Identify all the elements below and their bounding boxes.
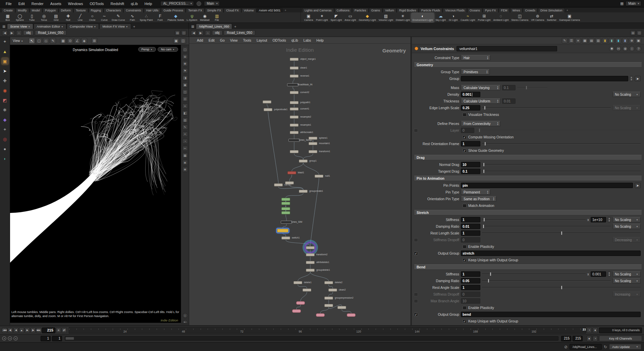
slider-rest-orientation-frame[interactable] <box>482 141 641 146</box>
slider-bend-damping[interactable] <box>482 278 611 283</box>
current-frame-field[interactable]: 215 <box>42 327 55 333</box>
dropdown-constraint-type[interactable]: Hair▲▼ <box>461 55 490 60</box>
display-option-icon-1[interactable]: ⊕ <box>182 54 188 59</box>
shelf-tool-gamepad-camera[interactable]: ▣Gamepad Camera <box>558 13 581 23</box>
shelf-tool-switcher[interactable]: ⇄Switcher <box>546 13 557 23</box>
display-option-icon-17[interactable]: ❖ <box>182 167 188 172</box>
shelf-tab-guide-process[interactable]: Guide Process <box>161 8 185 12</box>
network-node[interactable] <box>281 207 290 210</box>
network-node-clean2[interactable]: clean2 <box>328 289 337 292</box>
shelf-tab-polygon[interactable]: Polygon <box>43 8 58 12</box>
pin-pane-icon[interactable]: ▤ <box>175 30 180 35</box>
slider-rest-angle-scale[interactable] <box>482 285 641 290</box>
snapshot-icon[interactable]: ▣ <box>636 38 641 43</box>
shelf-tool-spot-light[interactable]: ◤Spot Light <box>329 13 343 23</box>
playbar-right-icon-1[interactable]: ♦ <box>593 327 598 333</box>
keyall-icon-1[interactable]: ◔ <box>593 336 598 341</box>
transport-button-1[interactable]: ◀| <box>8 327 13 333</box>
display-option-icon-4[interactable]: ◨ <box>182 75 188 80</box>
session-indicator-icon[interactable] <box>197 1 201 6</box>
scene-viewport[interactable]: Dynamics Simulation Disabled Persp▼ No c… <box>10 45 181 323</box>
display-option-icon-13[interactable]: ◔ <box>182 139 188 144</box>
view-tool[interactable]: ⌖ <box>2 38 8 45</box>
shelf-tool-draw-curve[interactable]: ✎Draw Curve <box>111 13 126 23</box>
breadcrumb-node[interactable]: Road_Lines_050 <box>35 30 66 35</box>
tab-animation-editor[interactable]: Animation Editor▼ <box>34 24 66 29</box>
enable-toggle-bend-output-group[interactable]: ✓ <box>414 313 418 316</box>
network-node-groupdelete1[interactable]: groupdelete1 <box>306 269 315 272</box>
display-option-icon-16[interactable]: ◈ <box>182 160 188 165</box>
button-no-scaling-stretch-damping[interactable]: No Scaling▼ <box>612 224 641 229</box>
playbar-right-icon-0[interactable]: ◔ <box>587 327 592 333</box>
add-shelf-tab-button[interactable]: + <box>565 8 570 12</box>
menu-qlib[interactable]: qLib <box>128 1 141 6</box>
table-icon[interactable]: ▤ <box>589 38 594 43</box>
network-node[interactable] <box>316 313 325 317</box>
info-icon[interactable]: i <box>629 46 635 51</box>
transport-button-6[interactable]: ▶▶| <box>36 327 41 333</box>
network-node-carve1[interactable]: carve1 <box>274 183 283 186</box>
network-node[interactable] <box>296 301 305 305</box>
network-node-clean1[interactable]: clean1 <box>290 67 299 70</box>
network-node-object-merge1[interactable]: object_merge1 <box>290 58 299 61</box>
breadcrumb-context[interactable]: obj <box>212 30 222 35</box>
enable-toggle-layer[interactable] <box>414 129 418 132</box>
network-menu-add[interactable]: Add <box>195 38 206 43</box>
select-arrow-icon[interactable]: ↖ <box>29 38 35 44</box>
field-tangent-drag[interactable]: 0.1 <box>461 169 480 174</box>
shelf-tab-rigid-bodies[interactable]: Rigid Bodies <box>397 8 419 12</box>
shelf-tool-sphere[interactable]: ◯Sphere <box>14 13 25 23</box>
display-option-icon-7[interactable]: ⊡ <box>182 96 188 101</box>
checkbox-bend-keep-unique[interactable]: ✓ <box>463 319 467 323</box>
display-option-icon-15[interactable]: ▦ <box>182 153 188 158</box>
grid-icon[interactable]: ▥ <box>595 38 601 43</box>
brush-select-icon[interactable]: ✎ <box>50 38 56 44</box>
home-icon[interactable]: ⌂ <box>205 30 211 36</box>
checkbox-compute-missing-orientation[interactable]: ✓ <box>463 135 467 139</box>
search-icon[interactable]: ⊕ <box>623 46 628 51</box>
paint-tool[interactable]: ◎ <box>2 136 8 142</box>
shelf-tab-vellum[interactable]: Vellum <box>383 8 396 12</box>
layout-grid-icon[interactable]: ▦ <box>620 1 624 6</box>
edit-tool[interactable]: ▣ <box>2 58 8 64</box>
network-node[interactable] <box>303 289 311 292</box>
transport-button-0[interactable]: |◀◀ <box>2 327 7 333</box>
block-cooking-icon[interactable]: ⊘ <box>564 345 568 349</box>
spreadsheet-icon[interactable]: ▦ <box>582 38 588 43</box>
ortho-view-icon[interactable]: ⊞ <box>91 38 97 44</box>
slider-tangent-drag[interactable] <box>482 169 641 174</box>
button-no-scaling-bend-stiffness[interactable]: No Scaling▼ <box>612 271 641 277</box>
shelf-tool-gi-light[interactable]: ◑GI Light <box>447 13 459 23</box>
menu-help[interactable]: Help <box>142 1 155 6</box>
network-node-mountain1[interactable]: mountain1 <box>309 142 317 145</box>
state-tool[interactable]: ● <box>2 145 8 152</box>
network-node[interactable] <box>290 150 299 153</box>
refresh-icon[interactable]: ↻ <box>604 345 607 349</box>
question-icon[interactable]: ? <box>636 46 641 51</box>
dropdown-mass[interactable]: Calculate Varying▲▼ <box>461 85 500 90</box>
field-pin-points[interactable]: pin <box>461 183 633 188</box>
network-node-blast1[interactable]: blast1 <box>287 171 296 174</box>
enable-toggle-stretch-dropoff[interactable] <box>414 238 418 242</box>
network-node[interactable] <box>281 211 290 214</box>
checkbox-match-animation[interactable] <box>463 204 467 208</box>
info-icon[interactable]: i <box>182 313 188 318</box>
shelf-tool-curve[interactable]: ∼Curve <box>99 13 110 23</box>
shelf-tab-simple-fx[interactable]: Simple FX <box>205 8 224 12</box>
snap-point-icon[interactable]: ⊙ <box>67 38 73 44</box>
shelf-tool-path[interactable]: ∿Path <box>127 13 138 23</box>
dropdown-pin-type[interactable]: Permanent▲▼ <box>461 189 490 195</box>
shelf-tab-grains[interactable]: Grains <box>369 8 383 12</box>
snap-prim-icon[interactable]: ◈ <box>81 38 87 44</box>
shelf-tool-caustic-light[interactable]: ≈Caustic Light <box>460 13 476 23</box>
network-node[interactable] <box>337 306 346 309</box>
shelf-tab-axiom-v02-b001[interactable]: Axiom v02 b001 <box>257 8 283 12</box>
network-node-polyextrude1[interactable]: polyextrude1 <box>264 108 272 111</box>
slider-bend-stiffness[interactable] <box>482 272 586 276</box>
dropdown-orientation-pin-type[interactable]: Same as Position▲▼ <box>461 196 496 202</box>
display-option-icon-3[interactable]: ⚑ <box>182 68 188 73</box>
shelf-tool-vr-camera[interactable]: ⊚VR Camera <box>530 13 545 23</box>
view-menu[interactable]: View ▼ <box>13 39 23 43</box>
button-no-scaling-density[interactable]: No Scaling▼ <box>612 92 641 97</box>
network-node[interactable] <box>306 246 315 249</box>
